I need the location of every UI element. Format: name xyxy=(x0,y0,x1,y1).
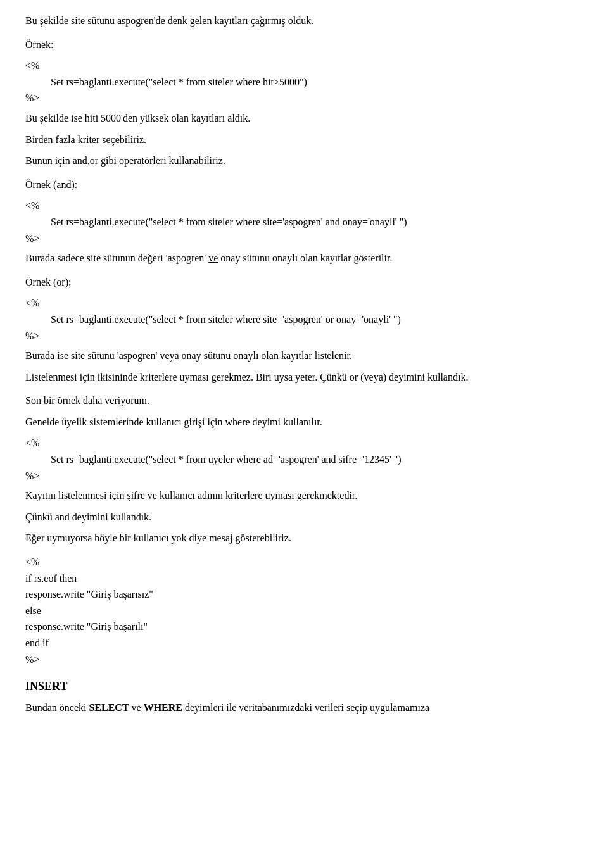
son-line3: %> xyxy=(25,468,583,484)
insert-desc-part1: Bundan önceki xyxy=(25,702,89,713)
example3-line2: Set rs=baglanti.execute("select * from s… xyxy=(51,311,583,328)
page-content: Bu şekilde site sütunu aspogren'de denk … xyxy=(25,13,583,716)
if-line6: end if xyxy=(25,635,583,651)
son-line1: <% xyxy=(25,435,583,451)
example2-label: Örnek (and): xyxy=(25,177,583,193)
example1-line1: <% xyxy=(25,58,583,74)
son-desc3: Eğer uymuyorsa böyle bir kullanıcı yok d… xyxy=(25,530,583,546)
example3-block: Örnek (or): <% Set rs=baglanti.execute("… xyxy=(25,274,583,386)
example3-desc1: Burada ise site sütunu 'aspogren' veya o… xyxy=(25,348,583,364)
if-line2: if rs.eof then xyxy=(25,570,583,587)
if-line1: <% xyxy=(25,554,583,570)
example2-desc1-part1: Burada sadece site sütunun değeri 'aspog… xyxy=(25,253,208,263)
example3-desc1-part1: Burada ise site sütunu 'aspogren' xyxy=(25,350,160,361)
if-code: <% if rs.eof then response.write "Giriş … xyxy=(25,554,583,667)
example2-line2: Set rs=baglanti.execute("select * from s… xyxy=(51,214,583,230)
son-desc1: Kayıtın listelenmesi için şifre ve kulla… xyxy=(25,487,583,504)
insert-desc: Bundan önceki SELECT ve WHERE deyimleri … xyxy=(25,700,583,716)
example2-desc1: Burada sadece site sütunun değeri 'aspog… xyxy=(25,250,583,267)
example3-desc1-part2: onay sütunu onaylı olan kayıtlar listele… xyxy=(179,350,352,361)
if-line7: %> xyxy=(25,651,583,668)
example2-desc1-underline: ve xyxy=(208,253,218,263)
if-line3: response.write "Giriş başarısız" xyxy=(25,586,583,603)
example3-label: Örnek (or): xyxy=(25,274,583,291)
insert-block: INSERT Bundan önceki SELECT ve WHERE dey… xyxy=(25,677,583,715)
if-block: <% if rs.eof then response.write "Giriş … xyxy=(25,554,583,667)
example3-line1: <% xyxy=(25,295,583,311)
example1-line2: Set rs=baglanti.execute("select * from s… xyxy=(51,74,583,91)
intro-block: Bu şekilde site sütunu aspogren'de denk … xyxy=(25,13,583,29)
example1-code: <% Set rs=baglanti.execute("select * fro… xyxy=(25,58,583,106)
example1-desc1: Bu şekilde ise hiti 5000'den yüksek olan… xyxy=(25,110,583,127)
example1-desc3: Bunun için and,or gibi operatörleri kull… xyxy=(25,153,583,169)
insert-desc-part3: deyimleri ile veritabanımızdaki verileri… xyxy=(182,702,429,713)
example2-block: Örnek (and): <% Set rs=baglanti.execute(… xyxy=(25,177,583,267)
insert-desc-part2: ve xyxy=(129,702,144,713)
son-example-desc: Genelde üyelik sistemlerinde kullanıcı g… xyxy=(25,414,583,431)
insert-title: INSERT xyxy=(25,677,583,696)
example1-desc2: Birden fazla kriter seçebiliriz. xyxy=(25,132,583,148)
example1-line3: %> xyxy=(25,90,583,106)
example2-line1: <% xyxy=(25,198,583,214)
example3-desc2: Listelenmesi için ikisininde kriterlere … xyxy=(25,369,583,386)
example3-desc1-underline: veya xyxy=(160,350,179,361)
son-example-label: Son bir örnek daha veriyorum. xyxy=(25,393,583,409)
example1-label: Örnek: xyxy=(25,37,583,53)
intro-text: Bu şekilde site sütunu aspogren'de denk … xyxy=(25,13,583,29)
if-line4: else xyxy=(25,603,583,619)
son-example-block: Son bir örnek daha veriyorum. Genelde üy… xyxy=(25,393,583,546)
if-line5: response.write "Giriş başarılı" xyxy=(25,619,583,635)
insert-desc-bold1: SELECT xyxy=(89,702,129,713)
son-desc2: Çünkü and deyimini kullandık. xyxy=(25,509,583,525)
example1-block: Örnek: <% Set rs=baglanti.execute("selec… xyxy=(25,37,583,169)
son-line2: Set rs=baglanti.execute("select * from u… xyxy=(51,451,583,468)
example2-desc1-part2: onay sütunu onaylı olan kayıtlar gösteri… xyxy=(218,253,392,263)
son-code: <% Set rs=baglanti.execute("select * fro… xyxy=(25,435,583,484)
example3-line3: %> xyxy=(25,328,583,344)
example2-line3: %> xyxy=(25,230,583,247)
example3-code: <% Set rs=baglanti.execute("select * fro… xyxy=(25,295,583,344)
example2-code: <% Set rs=baglanti.execute("select * fro… xyxy=(25,198,583,246)
insert-desc-bold2: WHERE xyxy=(144,702,182,713)
